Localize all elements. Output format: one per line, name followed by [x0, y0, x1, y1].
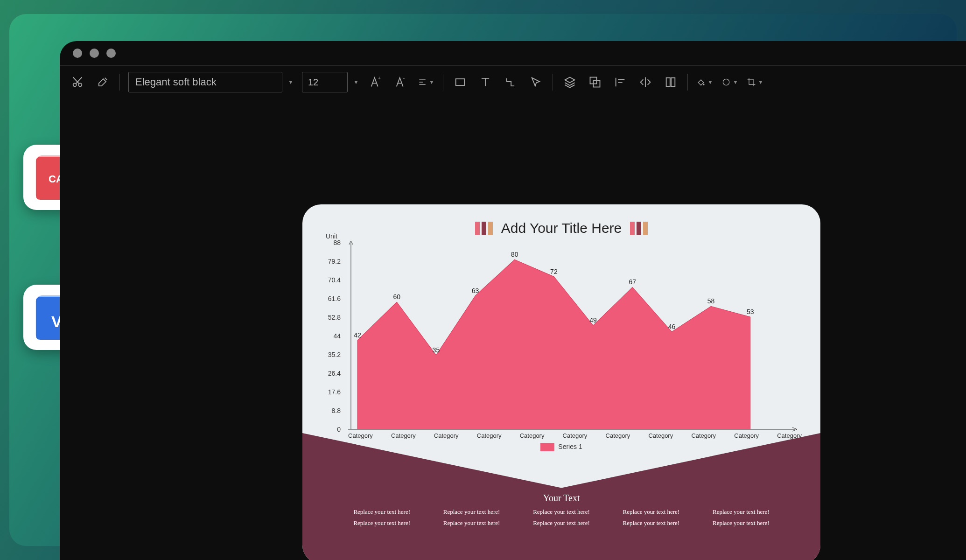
- x-tick-label: Category: [648, 432, 673, 439]
- y-tick-label: 35.2: [321, 351, 341, 358]
- placeholder-text-cell[interactable]: Replace your text here!: [519, 519, 603, 527]
- svg-point-11: [703, 84, 704, 85]
- y-tick-label: 0: [321, 426, 341, 433]
- svg-text:+: +: [378, 76, 380, 81]
- y-tick-label: 61.6: [321, 295, 341, 302]
- slide-canvas[interactable]: Add Your Title Here Unit 08.817.626.435.…: [302, 204, 820, 560]
- layers-button[interactable]: [561, 74, 578, 91]
- chevron-down-icon[interactable]: ▼: [353, 79, 359, 85]
- data-label: 63: [472, 287, 479, 294]
- data-label: 46: [668, 323, 676, 330]
- y-tick-label: 79.2: [321, 258, 341, 265]
- data-label: 60: [393, 293, 400, 301]
- y-axis-line: [348, 239, 354, 433]
- data-label: 53: [747, 308, 754, 315]
- y-tick-label: 8.8: [321, 407, 341, 414]
- data-label: 67: [629, 278, 636, 286]
- align-button[interactable]: ▼: [418, 74, 434, 91]
- legend-swatch: [540, 443, 554, 451]
- paint-bucket-button[interactable]: ▼: [696, 74, 713, 91]
- font-select-value: Elegant soft black: [135, 76, 217, 88]
- decorative-bars-icon: [475, 222, 493, 235]
- connector-tool[interactable]: [502, 74, 519, 91]
- align-left-button[interactable]: [612, 74, 629, 91]
- placeholder-text-cell[interactable]: Replace your text here!: [429, 508, 513, 516]
- font-size-value: 12: [308, 77, 318, 88]
- placeholder-text-cell[interactable]: Replace your text here!: [609, 519, 693, 527]
- placeholder-text-cell[interactable]: Replace your text here!: [609, 508, 693, 516]
- y-tick-label: 88: [321, 239, 341, 246]
- placeholder-text-cell[interactable]: Replace your text here!: [340, 508, 424, 516]
- toolbar: Elegant soft black ▼ 12 ▼ + - ▼ ▼ ▼ ▼: [60, 66, 966, 98]
- x-tick-label: Category: [734, 432, 759, 439]
- decorative-bars-icon: [630, 222, 648, 235]
- flip-button[interactable]: [637, 74, 654, 91]
- placeholder-text-cell[interactable]: Replace your text here!: [519, 508, 603, 516]
- chart-title-row: Add Your Title Here: [302, 204, 820, 236]
- y-tick-label: 17.6: [321, 388, 341, 396]
- y-tick-label: 44: [321, 332, 341, 340]
- chart-area[interactable]: Unit 08.817.626.435.24452.861.670.479.28…: [325, 243, 802, 429]
- rectangle-tool[interactable]: [452, 74, 469, 91]
- format-painter-button[interactable]: [94, 74, 111, 91]
- increase-font-button[interactable]: +: [367, 74, 384, 91]
- placeholder-text-cell[interactable]: Replace your text here!: [429, 519, 513, 527]
- data-label: 49: [589, 316, 597, 324]
- bottom-heading[interactable]: Your Text: [302, 493, 820, 504]
- svg-text:-: -: [403, 76, 405, 81]
- x-tick-label: Category: [563, 432, 588, 439]
- legend-label: Series 1: [558, 443, 582, 450]
- window-dot[interactable]: [73, 49, 82, 58]
- svg-rect-9: [666, 78, 670, 87]
- y-tick-label: 26.4: [321, 370, 341, 377]
- x-axis-labels: CategoryCategoryCategoryCategoryCategory…: [348, 432, 802, 439]
- x-tick-label: Category: [477, 432, 502, 439]
- crop-button[interactable]: ▼: [747, 74, 763, 91]
- app-window: Elegant soft black ▼ 12 ▼ + - ▼ ▼ ▼ ▼ Ad…: [60, 41, 966, 560]
- group-button[interactable]: [587, 74, 603, 91]
- pointer-tool[interactable]: [527, 74, 544, 91]
- area-chart: [348, 243, 797, 429]
- font-size-select[interactable]: 12: [302, 72, 348, 92]
- x-axis-line: [348, 427, 799, 432]
- y-tick-label: 52.8: [321, 314, 341, 321]
- svg-point-12: [723, 79, 729, 85]
- placeholder-text-cell[interactable]: Replace your text here!: [340, 519, 424, 527]
- x-tick-label: Category: [391, 432, 416, 439]
- x-tick-label: Category: [434, 432, 459, 439]
- chart-title[interactable]: Add Your Title Here: [501, 220, 622, 236]
- placeholder-text-cell[interactable]: Replace your text here!: [699, 519, 783, 527]
- chevron-down-icon[interactable]: ▼: [288, 79, 294, 85]
- data-label: 35: [433, 346, 440, 354]
- decrease-font-button[interactable]: -: [392, 74, 409, 91]
- window-dot[interactable]: [106, 49, 116, 58]
- text-tool[interactable]: [477, 74, 494, 91]
- bottom-band: Your Text Replace your text here!Replace…: [302, 433, 820, 560]
- spacing-button[interactable]: [662, 74, 679, 91]
- data-label: 42: [354, 331, 361, 339]
- x-tick-label: Category: [691, 432, 716, 439]
- data-label: 80: [511, 251, 518, 258]
- window-dot[interactable]: [90, 49, 99, 58]
- data-label: 72: [550, 268, 558, 275]
- x-tick-label: Category: [520, 432, 545, 439]
- y-tick-label: 70.4: [321, 276, 341, 284]
- x-tick-label: Category: [606, 432, 630, 439]
- svg-rect-10: [671, 78, 675, 87]
- data-label: 58: [707, 297, 715, 305]
- placeholder-text-cell[interactable]: Replace your text here!: [699, 508, 783, 516]
- window-titlebar: [60, 41, 966, 65]
- x-tick-label: Category: [348, 432, 373, 439]
- shape-fill-button[interactable]: ▼: [721, 74, 738, 91]
- svg-rect-6: [455, 79, 464, 85]
- font-select[interactable]: Elegant soft black: [128, 72, 282, 92]
- cut-button[interactable]: [69, 74, 86, 91]
